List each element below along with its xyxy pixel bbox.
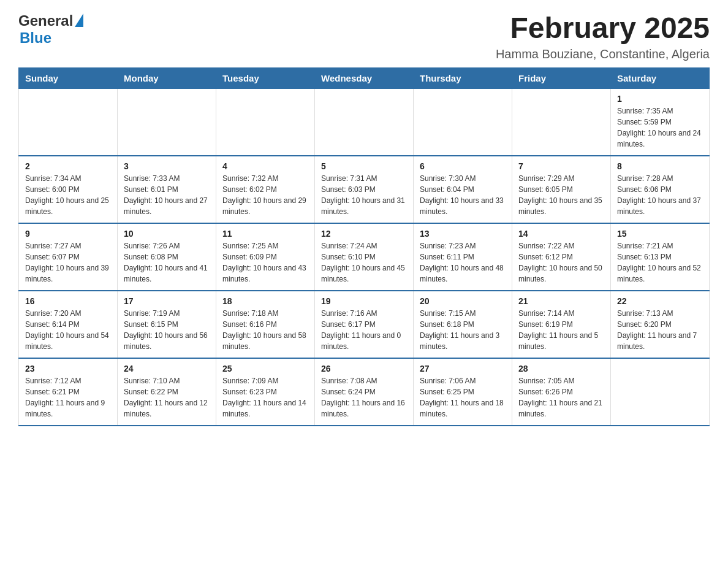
day-number: 12 — [321, 229, 407, 239]
calendar-cell: 8Sunrise: 7:28 AMSunset: 6:06 PMDaylight… — [611, 156, 710, 223]
calendar-cell: 15Sunrise: 7:21 AMSunset: 6:13 PMDayligh… — [611, 223, 710, 291]
day-info: Sunrise: 7:27 AMSunset: 6:07 PMDaylight:… — [25, 240, 111, 285]
calendar-cell: 7Sunrise: 7:29 AMSunset: 6:05 PMDaylight… — [512, 156, 611, 223]
calendar-week-5: 23Sunrise: 7:12 AMSunset: 6:21 PMDayligh… — [19, 358, 710, 426]
calendar-cell: 23Sunrise: 7:12 AMSunset: 6:21 PMDayligh… — [19, 358, 118, 426]
day-number: 17 — [124, 296, 210, 306]
day-number: 26 — [321, 364, 407, 373]
day-info: Sunrise: 7:34 AMSunset: 6:00 PMDaylight:… — [25, 173, 111, 217]
col-wednesday: Wednesday — [315, 67, 414, 88]
day-info: Sunrise: 7:15 AMSunset: 6:18 PMDaylight:… — [420, 308, 506, 352]
day-number: 11 — [222, 229, 308, 239]
day-number: 9 — [25, 229, 111, 239]
calendar-cell: 25Sunrise: 7:09 AMSunset: 6:23 PMDayligh… — [216, 358, 315, 426]
calendar-cell: 22Sunrise: 7:13 AMSunset: 6:20 PMDayligh… — [611, 291, 710, 358]
day-number: 27 — [420, 364, 506, 373]
day-number: 18 — [222, 296, 308, 306]
calendar-cell: 21Sunrise: 7:14 AMSunset: 6:19 PMDayligh… — [512, 291, 611, 358]
logo-general-text: General — [18, 12, 73, 29]
col-friday: Friday — [512, 67, 611, 88]
month-title: February 2025 — [496, 12, 710, 45]
day-info: Sunrise: 7:18 AMSunset: 6:16 PMDaylight:… — [222, 308, 308, 352]
day-number: 3 — [124, 161, 210, 171]
day-info: Sunrise: 7:08 AMSunset: 6:24 PMDaylight:… — [321, 375, 407, 419]
day-number: 4 — [222, 161, 308, 171]
calendar-cell: 1Sunrise: 7:35 AMSunset: 5:59 PMDaylight… — [611, 88, 710, 156]
day-number: 15 — [617, 229, 703, 239]
title-block: February 2025 Hamma Bouziane, Constantin… — [496, 12, 710, 61]
calendar-cell: 27Sunrise: 7:06 AMSunset: 6:25 PMDayligh… — [414, 358, 512, 426]
day-info: Sunrise: 7:30 AMSunset: 6:04 PMDaylight:… — [420, 173, 506, 217]
logo: General Blue — [18, 12, 83, 47]
day-info: Sunrise: 7:28 AMSunset: 6:06 PMDaylight:… — [617, 173, 703, 217]
calendar-cell — [414, 88, 512, 156]
calendar-cell — [315, 88, 414, 156]
day-number: 28 — [518, 364, 604, 373]
calendar-cell — [118, 88, 216, 156]
calendar-table: Sunday Monday Tuesday Wednesday Thursday… — [18, 67, 710, 427]
day-info: Sunrise: 7:31 AMSunset: 6:03 PMDaylight:… — [321, 173, 407, 217]
calendar-week-1: 1Sunrise: 7:35 AMSunset: 5:59 PMDaylight… — [19, 88, 710, 156]
calendar-cell: 13Sunrise: 7:23 AMSunset: 6:11 PMDayligh… — [414, 223, 512, 291]
day-info: Sunrise: 7:26 AMSunset: 6:08 PMDaylight:… — [124, 240, 210, 285]
day-number: 19 — [321, 296, 407, 306]
day-info: Sunrise: 7:10 AMSunset: 6:22 PMDaylight:… — [124, 375, 210, 419]
day-number: 8 — [617, 161, 703, 171]
day-number: 14 — [518, 229, 604, 239]
day-number: 5 — [321, 161, 407, 171]
day-info: Sunrise: 7:32 AMSunset: 6:02 PMDaylight:… — [222, 173, 308, 217]
calendar-cell: 17Sunrise: 7:19 AMSunset: 6:15 PMDayligh… — [118, 291, 216, 358]
calendar-cell: 9Sunrise: 7:27 AMSunset: 6:07 PMDaylight… — [19, 223, 118, 291]
calendar-week-4: 16Sunrise: 7:20 AMSunset: 6:14 PMDayligh… — [19, 291, 710, 358]
day-number: 16 — [25, 296, 111, 306]
day-info: Sunrise: 7:33 AMSunset: 6:01 PMDaylight:… — [124, 173, 210, 217]
calendar-cell — [512, 88, 611, 156]
day-info: Sunrise: 7:06 AMSunset: 6:25 PMDaylight:… — [420, 375, 506, 419]
day-info: Sunrise: 7:24 AMSunset: 6:10 PMDaylight:… — [321, 240, 407, 285]
col-monday: Monday — [118, 67, 216, 88]
calendar-cell: 4Sunrise: 7:32 AMSunset: 6:02 PMDaylight… — [216, 156, 315, 223]
calendar-cell — [19, 88, 118, 156]
calendar-cell — [611, 358, 710, 426]
day-info: Sunrise: 7:20 AMSunset: 6:14 PMDaylight:… — [25, 308, 111, 352]
calendar-cell: 11Sunrise: 7:25 AMSunset: 6:09 PMDayligh… — [216, 223, 315, 291]
day-info: Sunrise: 7:14 AMSunset: 6:19 PMDaylight:… — [518, 308, 604, 352]
day-number: 24 — [124, 364, 210, 373]
day-number: 13 — [420, 229, 506, 239]
logo-triangle-icon — [75, 13, 83, 27]
day-number: 20 — [420, 296, 506, 306]
calendar-cell: 14Sunrise: 7:22 AMSunset: 6:12 PMDayligh… — [512, 223, 611, 291]
day-info: Sunrise: 7:35 AMSunset: 5:59 PMDaylight:… — [617, 105, 703, 150]
col-saturday: Saturday — [611, 67, 710, 88]
calendar-cell: 10Sunrise: 7:26 AMSunset: 6:08 PMDayligh… — [118, 223, 216, 291]
page-header: General Blue February 2025 Hamma Bouzian… — [18, 12, 710, 61]
col-thursday: Thursday — [414, 67, 512, 88]
calendar-header-row: Sunday Monday Tuesday Wednesday Thursday… — [19, 67, 710, 88]
calendar-cell: 20Sunrise: 7:15 AMSunset: 6:18 PMDayligh… — [414, 291, 512, 358]
calendar-cell: 5Sunrise: 7:31 AMSunset: 6:03 PMDaylight… — [315, 156, 414, 223]
calendar-cell: 6Sunrise: 7:30 AMSunset: 6:04 PMDaylight… — [414, 156, 512, 223]
day-info: Sunrise: 7:21 AMSunset: 6:13 PMDaylight:… — [617, 240, 703, 285]
calendar-cell: 16Sunrise: 7:20 AMSunset: 6:14 PMDayligh… — [19, 291, 118, 358]
day-info: Sunrise: 7:09 AMSunset: 6:23 PMDaylight:… — [222, 375, 308, 419]
day-number: 10 — [124, 229, 210, 239]
day-number: 2 — [25, 161, 111, 171]
calendar-cell: 19Sunrise: 7:16 AMSunset: 6:17 PMDayligh… — [315, 291, 414, 358]
col-sunday: Sunday — [19, 67, 118, 88]
day-number: 7 — [518, 161, 604, 171]
day-info: Sunrise: 7:22 AMSunset: 6:12 PMDaylight:… — [518, 240, 604, 285]
day-info: Sunrise: 7:19 AMSunset: 6:15 PMDaylight:… — [124, 308, 210, 352]
calendar-cell: 28Sunrise: 7:05 AMSunset: 6:26 PMDayligh… — [512, 358, 611, 426]
day-info: Sunrise: 7:12 AMSunset: 6:21 PMDaylight:… — [25, 375, 111, 419]
day-info: Sunrise: 7:29 AMSunset: 6:05 PMDaylight:… — [518, 173, 604, 217]
day-number: 22 — [617, 296, 703, 306]
calendar-cell: 12Sunrise: 7:24 AMSunset: 6:10 PMDayligh… — [315, 223, 414, 291]
location-subtitle: Hamma Bouziane, Constantine, Algeria — [496, 47, 710, 61]
calendar-cell: 24Sunrise: 7:10 AMSunset: 6:22 PMDayligh… — [118, 358, 216, 426]
day-info: Sunrise: 7:16 AMSunset: 6:17 PMDaylight:… — [321, 308, 407, 352]
day-info: Sunrise: 7:05 AMSunset: 6:26 PMDaylight:… — [518, 375, 604, 419]
logo-blue-text: Blue — [20, 29, 51, 47]
calendar-cell: 2Sunrise: 7:34 AMSunset: 6:00 PMDaylight… — [19, 156, 118, 223]
day-info: Sunrise: 7:23 AMSunset: 6:11 PMDaylight:… — [420, 240, 506, 285]
calendar-cell: 18Sunrise: 7:18 AMSunset: 6:16 PMDayligh… — [216, 291, 315, 358]
